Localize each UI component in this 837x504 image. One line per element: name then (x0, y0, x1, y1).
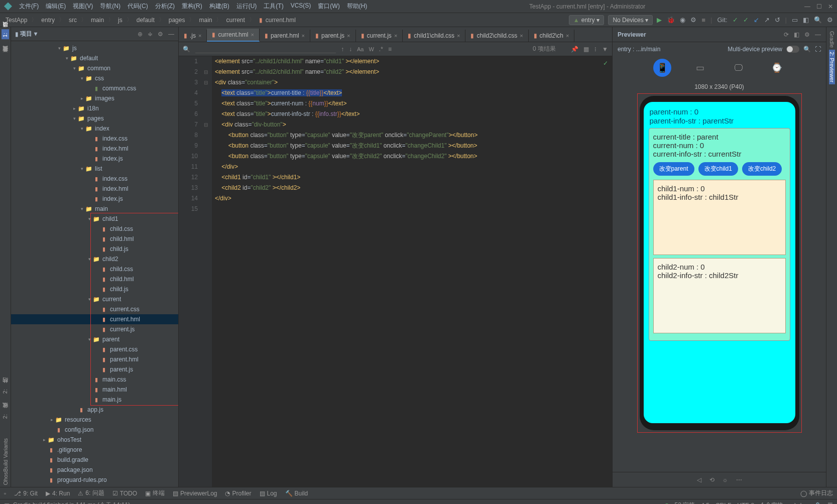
code-text[interactable]: <element src="../child1/child.hml" name=… (212, 56, 612, 487)
device-phone-icon[interactable]: 📱 (653, 59, 671, 77)
rail-ohos[interactable]: OhosBuild Variants (3, 436, 9, 487)
git-pull-icon[interactable]: ✓ (743, 16, 749, 24)
find-input[interactable] (195, 45, 336, 53)
status-bell-icon[interactable]: ☰ (827, 502, 833, 505)
tree-item-child.js[interactable]: ▮child.js (11, 284, 178, 294)
collapse-icon[interactable]: ≑ (148, 31, 153, 38)
tree-item-child.css[interactable]: ▮child.css (11, 224, 178, 234)
bottom-terminal[interactable]: ▣终端 (145, 489, 165, 497)
tree-item-images[interactable]: ▸📁images (11, 93, 178, 103)
hide-icon[interactable]: — (815, 31, 821, 38)
tree-item-.gitignore[interactable]: ▮.gitignore (11, 445, 178, 455)
maximize-icon[interactable]: ☐ (816, 3, 822, 10)
fullscreen-icon[interactable]: ⛶ (815, 46, 821, 53)
tab-close-icon[interactable]: × (457, 33, 460, 39)
regex-icon[interactable]: .* (379, 46, 383, 53)
select-all-icon[interactable]: ▦ (583, 46, 589, 53)
tab-parent.hml[interactable]: ▮parent.hml× (260, 30, 310, 42)
menu-run[interactable]: 运行(U) (233, 1, 260, 12)
code-editor[interactable]: 123456789101112131415 ⊟⊟⊟ <element src="… (179, 56, 612, 487)
tree-item-i18n[interactable]: ▸📁i18n (11, 103, 178, 113)
profile-icon[interactable]: ⚙ (690, 16, 696, 24)
fold-gutter[interactable]: ⊟⊟⊟ (204, 56, 212, 487)
bottom-problems[interactable]: ⚠6: 问题 (78, 489, 104, 497)
tab-.js[interactable]: ▮.js× (179, 30, 207, 42)
bottom-git[interactable]: ⎇9: Git (14, 490, 38, 497)
run-config-selector[interactable]: ▲entry▾ (569, 15, 605, 25)
git-commit-icon[interactable]: ✓ (733, 16, 738, 24)
zoom-icon[interactable]: 🔍 (803, 46, 811, 53)
crumb-1[interactable]: entry (40, 17, 56, 24)
prev-back-icon[interactable]: ◁ (697, 476, 701, 483)
crumb-9[interactable]: current.hml (264, 17, 297, 24)
crumb-4[interactable]: js (116, 17, 124, 24)
search-icon[interactable]: 🔍 (183, 46, 190, 53)
project-title[interactable]: 项目 ▾ (20, 30, 37, 38)
crumb-8[interactable]: current (224, 17, 246, 24)
tree-item-index.hml[interactable]: ▮index.hml (11, 144, 178, 154)
tab-close-icon[interactable]: × (520, 33, 523, 39)
tree-item-index[interactable]: ▾📁index (11, 123, 178, 134)
prev-rotate-icon[interactable]: ⟲ (709, 476, 714, 483)
tree-item-current.js[interactable]: ▮current.js (11, 324, 178, 334)
tab-close-icon[interactable]: × (394, 33, 397, 39)
tab-child2\child.css[interactable]: ▮child2\child.css× (465, 30, 528, 42)
tree-item-index.js[interactable]: ▮index.js (11, 154, 178, 164)
rail-structure[interactable]: 2: 结构 (2, 386, 9, 396)
status-position[interactable]: 4:5 (701, 502, 709, 505)
settings-icon[interactable]: ⚙ (827, 16, 833, 24)
prev-more-icon[interactable]: ⋯ (736, 476, 742, 483)
rail-project[interactable]: 1: 项目 (2, 29, 9, 39)
crumb-5[interactable]: default (135, 17, 156, 24)
device-tv-icon[interactable]: 🖵 (730, 59, 748, 77)
coverage-icon[interactable]: ◉ (680, 16, 685, 24)
menu-file[interactable]: 文件(F) (16, 1, 42, 12)
gear-icon[interactable]: ⚙ (804, 31, 810, 38)
tab-close-icon[interactable]: × (251, 32, 254, 38)
menu-edit[interactable]: 编辑(E) (43, 1, 69, 12)
menu-refactor[interactable]: 重构(R) (179, 1, 205, 12)
status-encoding[interactable]: UTF-8 (737, 502, 754, 505)
prev-match-icon[interactable]: ↑ (341, 46, 344, 53)
status-crlf[interactable]: CRLF (715, 502, 731, 505)
tree-item-child1[interactable]: ▾📁child1 (11, 214, 178, 224)
status-branch[interactable]: ⎇ dev (789, 502, 808, 505)
crumb-3[interactable]: main (89, 17, 105, 24)
change-parent-button[interactable]: 改变parent (653, 162, 694, 176)
run-icon[interactable]: ▶ (657, 16, 662, 24)
filter-ext-icon[interactable]: ≡ (388, 46, 392, 53)
tree-item-css[interactable]: ▾📁css (11, 73, 178, 83)
tab-close-icon[interactable]: × (566, 33, 569, 39)
target-icon[interactable]: ⊕ (138, 31, 143, 38)
git-update-icon[interactable]: ↙ (754, 16, 759, 24)
tree-item-js[interactable]: ▾📁js (11, 43, 178, 53)
tree-item-child.hml[interactable]: ▮child.hml (11, 274, 178, 284)
filter-icon[interactable]: ▼ (602, 46, 608, 53)
tab-current.js[interactable]: ▮current.js× (356, 30, 403, 42)
bottom-todo[interactable]: ☑TODO (112, 490, 137, 497)
tab-close-icon[interactable]: × (198, 33, 201, 39)
change-child1-button[interactable]: 改变child1 (698, 162, 738, 176)
next-match-icon[interactable]: ↓ (349, 46, 352, 53)
hide-icon[interactable]: — (168, 31, 174, 38)
tree-item-parent.js[interactable]: ▮parent.js (11, 364, 178, 374)
status-corner-icon[interactable]: ◱ (4, 502, 10, 505)
git-revert-icon[interactable]: ↺ (775, 16, 780, 24)
rail-favorites[interactable]: 2: 收藏 (2, 411, 9, 421)
tree-item-common.css[interactable]: ▮common.css (11, 83, 178, 93)
tab-child1\child.css[interactable]: ▮child1\child.css× (403, 30, 465, 42)
tree-item-resources[interactable]: ▸📁resources (11, 415, 178, 425)
tree-item-app.js[interactable]: ▮app.js (11, 405, 178, 415)
tree-item-current.hml[interactable]: ▮current.hml (11, 314, 178, 324)
crumb-0[interactable]: TestApp (4, 17, 29, 24)
project-tree[interactable]: ▾📁js▾📁default▾📁common▾📁css▮common.css▸📁i… (11, 41, 178, 487)
bottom-collapse-icon[interactable]: ▫ (4, 490, 6, 497)
tree-item-index.hml[interactable]: ▮index.hml (11, 184, 178, 194)
close-icon[interactable]: ✕ (828, 3, 833, 10)
tree-item-parent[interactable]: ▾📁parent (11, 334, 178, 344)
tree-item-child2[interactable]: ▾📁child2 (11, 254, 178, 264)
crumb-7[interactable]: main (197, 17, 213, 24)
device-watch-icon[interactable]: ⌚ (768, 59, 786, 77)
search-icon[interactable]: 🔍 (814, 16, 822, 24)
gear-icon[interactable]: ⚙ (158, 31, 163, 38)
